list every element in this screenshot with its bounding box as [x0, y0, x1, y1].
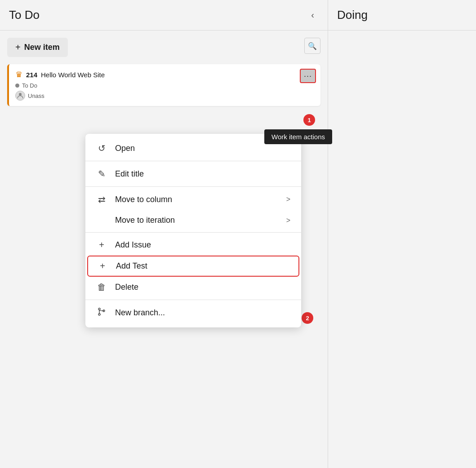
- column-todo: To Do ‹ + New item 🔍 1 ♛ 214 Hello World…: [0, 0, 328, 468]
- delete-label: Delete: [115, 283, 290, 292]
- doing-header: Doing: [328, 0, 476, 31]
- badge-1: 1: [303, 114, 315, 126]
- menu-item-delete[interactable]: 🗑 Delete: [85, 277, 301, 298]
- menu-item-add-test[interactable]: + Add Test: [87, 256, 299, 277]
- open-icon: ↺: [96, 143, 107, 154]
- branch-icon: [96, 307, 107, 318]
- card-assignee: Unass: [15, 91, 314, 101]
- item-title: Hello World Web Site: [41, 71, 105, 79]
- search-button[interactable]: 🔍: [304, 38, 320, 54]
- move-column-label: Move to column: [115, 195, 278, 204]
- chevron-right-icon-2: >: [286, 216, 290, 225]
- edit-title-label: Edit title: [115, 169, 290, 179]
- chevron-right-icon: >: [286, 195, 290, 203]
- open-label: Open: [115, 144, 290, 153]
- item-number: 214: [26, 71, 37, 79]
- add-test-icon: +: [97, 261, 108, 271]
- divider-2: [85, 186, 301, 187]
- crown-icon: ♛: [15, 70, 22, 79]
- assignee-label: Unass: [28, 93, 44, 99]
- move-column-icon: ⇄: [96, 194, 107, 205]
- new-item-button[interactable]: + New item: [7, 38, 68, 57]
- work-item-actions-tooltip: Work item actions: [264, 129, 332, 144]
- doing-title: Doing: [337, 8, 368, 22]
- move-iteration-label: Move to iteration: [115, 216, 278, 225]
- card-top: ♛ 214 Hello World Web Site: [15, 70, 314, 79]
- menu-item-new-branch[interactable]: New branch...: [85, 302, 301, 324]
- plus-icon: +: [15, 42, 21, 53]
- menu-item-move-column[interactable]: ⇄ Move to column >: [85, 189, 301, 210]
- svg-point-2: [98, 313, 100, 315]
- column-doing: Doing: [328, 0, 476, 468]
- todo-header: To Do ‹: [0, 0, 328, 31]
- svg-point-0: [19, 93, 22, 96]
- search-icon: 🔍: [308, 42, 317, 50]
- work-item-card: ♛ 214 Hello World Web Site To Do: [7, 64, 320, 106]
- add-issue-label: Add Issue: [115, 240, 290, 250]
- badge-2: 2: [302, 312, 313, 324]
- board: To Do ‹ + New item 🔍 1 ♛ 214 Hello World…: [0, 0, 476, 468]
- divider-4: [85, 300, 301, 300]
- todo-body: + New item 🔍 1 ♛ 214 Hello World Web Sit…: [0, 31, 328, 113]
- menu-item-add-issue[interactable]: + Add Issue: [85, 234, 301, 256]
- divider-3: [85, 232, 301, 233]
- menu-item-edit-title[interactable]: ✎ Edit title: [85, 163, 301, 185]
- add-test-label: Add Test: [116, 261, 289, 271]
- add-issue-icon: +: [96, 240, 107, 250]
- status-label: To Do: [22, 82, 37, 89]
- assignee-avatar: [15, 91, 25, 101]
- new-branch-label: New branch...: [115, 308, 290, 318]
- edit-icon: ✎: [96, 168, 107, 179]
- new-item-label: New item: [24, 43, 60, 52]
- status-dot-icon: [15, 84, 19, 88]
- divider-1: [85, 161, 301, 161]
- menu-item-move-iteration[interactable]: Move to iteration >: [85, 210, 301, 230]
- todo-title: To Do: [9, 8, 307, 22]
- card-status: To Do: [15, 82, 314, 89]
- three-dots-button[interactable]: ···: [300, 69, 316, 83]
- delete-icon: 🗑: [96, 282, 107, 292]
- nav-back-button[interactable]: ‹: [307, 8, 319, 22]
- svg-point-1: [98, 308, 100, 310]
- context-menu: ↺ Open ✎ Edit title ⇄ Move to column >: [85, 134, 301, 327]
